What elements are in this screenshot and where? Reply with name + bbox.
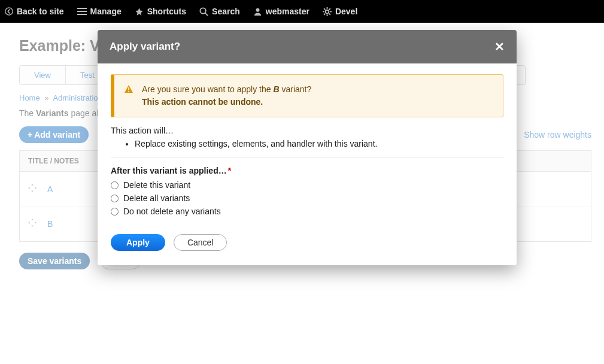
action-list-item: Replace existing settings, elements, and… [135, 139, 503, 148]
svg-point-4 [200, 8, 205, 13]
hamburger-icon [77, 7, 87, 16]
back-to-site-link[interactable]: Back to site [5, 7, 64, 16]
dialog-title: Apply variant? [110, 41, 180, 53]
toolbar-label: Search [212, 7, 240, 16]
toolbar-label: Devel [335, 7, 357, 16]
star-icon [135, 7, 144, 16]
warning-icon [124, 84, 133, 108]
close-icon[interactable]: ✕ [494, 40, 505, 54]
radio-delete-all[interactable]: Delete all variants [111, 193, 503, 203]
apply-button[interactable]: Apply [111, 234, 165, 251]
svg-line-14 [324, 13, 325, 14]
divider [111, 157, 503, 157]
action-intro: This action will… [111, 126, 503, 135]
svg-rect-1 [77, 8, 87, 9]
manage-link[interactable]: Manage [77, 7, 122, 16]
after-apply-label: After this variant is applied…* [111, 166, 503, 175]
svg-rect-3 [77, 14, 87, 15]
warning-variant-name: B [273, 84, 279, 94]
radio-delete-this[interactable]: Delete this variant [111, 180, 503, 190]
chevron-left-icon [5, 7, 13, 16]
svg-line-12 [324, 8, 325, 10]
search-link[interactable]: Search [199, 7, 240, 16]
svg-rect-17 [128, 91, 129, 92]
warning-message: Are you sure you want to apply the B var… [111, 74, 503, 117]
radio-label: Delete all variants [123, 193, 190, 203]
label-text: After this variant is applied… [111, 166, 227, 175]
svg-point-7 [326, 10, 329, 13]
svg-point-0 [5, 8, 13, 15]
search-icon [199, 7, 208, 16]
toolbar-label: webmaster [266, 7, 309, 16]
svg-line-15 [329, 8, 330, 10]
toolbar-label: Shortcuts [147, 7, 186, 16]
radio-input[interactable] [111, 195, 119, 202]
user-link[interactable]: webmaster [253, 7, 309, 16]
svg-point-6 [256, 8, 259, 11]
radio-input[interactable] [111, 208, 119, 216]
devel-link[interactable]: Devel [323, 7, 357, 16]
radio-input[interactable] [111, 181, 119, 189]
radio-delete-none[interactable]: Do not delete any variants [111, 207, 503, 216]
warning-text: variant? [280, 84, 312, 94]
action-list: Replace existing settings, elements, and… [135, 139, 503, 148]
dialog-header: Apply variant? ✕ [98, 30, 517, 63]
radio-label: Do not delete any variants [123, 207, 221, 216]
toolbar-label: Manage [90, 7, 122, 16]
required-marker: * [228, 166, 231, 175]
gear-icon [323, 7, 332, 16]
cancel-button[interactable]: Cancel [174, 234, 227, 251]
warning-text: Are you sure you want to apply the [142, 84, 273, 94]
warning-irreversible: This action cannot be undone. [142, 97, 263, 107]
admin-toolbar: Back to site Manage Shortcuts Search web… [0, 0, 604, 23]
svg-rect-2 [77, 11, 87, 12]
svg-line-13 [329, 13, 330, 14]
svg-line-5 [205, 13, 208, 15]
after-apply-options: Delete this variant Delete all variants … [111, 180, 503, 216]
radio-label: Delete this variant [123, 180, 190, 190]
toolbar-label: Back to site [17, 7, 64, 16]
shortcuts-link[interactable]: Shortcuts [135, 7, 186, 16]
apply-variant-dialog: Apply variant? ✕ Are you sure you want t… [98, 30, 517, 265]
svg-rect-16 [128, 87, 129, 90]
user-icon [253, 7, 262, 16]
